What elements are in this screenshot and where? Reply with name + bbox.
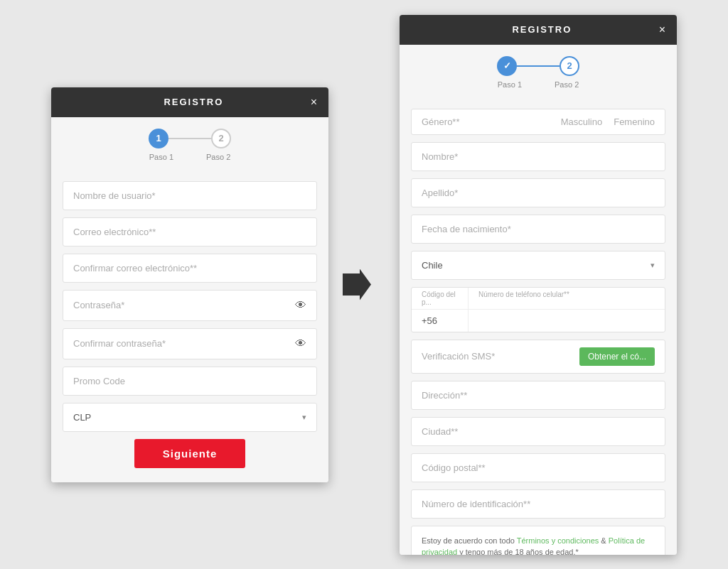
left-modal: REGISTRO × 1 2 Paso 1 Paso 2 Nombre de u… [51, 87, 328, 482]
country-dropdown-arrow: ▾ [651, 261, 655, 270]
address-placeholder: Dirección** [422, 390, 467, 401]
step2-label: Paso 2 [206, 153, 230, 161]
city-field[interactable]: Ciudad** [411, 417, 665, 446]
phone-num-label: Número de teléfono celular** [469, 288, 579, 309]
left-modal-close-button[interactable]: × [311, 96, 317, 109]
postal-code-field[interactable]: Código postal** [411, 453, 665, 482]
step2-circle: 2 [211, 129, 231, 148]
email-placeholder: Correo electrónico** [73, 227, 156, 237]
address-field[interactable]: Dirección** [411, 381, 665, 410]
gender-femenino[interactable]: Femenino [614, 116, 655, 127]
terms-text3: y tengo más de 18 años de edad.* [457, 548, 579, 555]
right-step1-circle: ✓ [497, 56, 517, 76]
phone-row[interactable]: Código del p... Número de teléfono celul… [411, 287, 665, 332]
right-modal-title: REGISTRO [425, 24, 659, 35]
id-number-placeholder: Número de identificación** [422, 499, 530, 509]
step1-circle: 1 [149, 129, 168, 148]
sms-get-code-button[interactable]: Obtener el có... [579, 347, 655, 366]
apellido-field[interactable]: Apellido* [411, 178, 665, 207]
terms-conditions-link[interactable]: Términos y condiciones [517, 536, 599, 545]
id-number-field[interactable]: Número de identificación** [411, 489, 665, 519]
phone-values: +56 [412, 310, 665, 332]
currency-value: CLP [73, 412, 91, 423]
apellido-placeholder: Apellido* [422, 188, 458, 198]
terms-text2: & [599, 536, 608, 545]
arrow-wrapper [343, 256, 385, 313]
currency-dropdown-arrow: ▾ [302, 413, 306, 422]
confirm-password-placeholder: Confirmar contraseña* [73, 338, 166, 349]
username-field[interactable]: Nombre de usuario* [63, 181, 317, 210]
sms-verification-field[interactable]: Verificación SMS* Obtener el có... [411, 340, 665, 374]
phone-code-value[interactable]: +56 [412, 310, 469, 332]
nombre-field[interactable]: Nombre* [411, 142, 665, 171]
right-step1-label: Paso 1 [498, 80, 522, 89]
password-field[interactable]: Contraseña* 👁 [63, 290, 317, 321]
country-value: Chile [422, 260, 443, 271]
siguiente-button[interactable]: Siguiente [134, 439, 246, 468]
arrow-icon [343, 269, 371, 300]
postal-placeholder: Código postal** [422, 462, 486, 473]
right-modal-header: REGISTRO × [400, 15, 677, 45]
phone-code-label: Código del p... [412, 288, 469, 309]
right-modal: REGISTRO × ✓ 2 Paso 1 Paso 2 Género** Ma… [400, 15, 677, 555]
confirm-password-eye-icon[interactable]: 👁 [295, 337, 306, 350]
birthdate-placeholder: Fecha de nacimiento* [422, 224, 511, 234]
left-modal-header: REGISTRO × [51, 87, 328, 117]
left-form-body: Nombre de usuario* Correo electrónico** … [51, 173, 328, 482]
left-stepper: 1 2 Paso 1 Paso 2 [51, 117, 328, 173]
nombre-placeholder: Nombre* [422, 151, 458, 162]
sms-label: Verificación SMS* [422, 351, 495, 362]
promo-placeholder: Promo Code [73, 376, 125, 386]
right-step2-label: Paso 2 [555, 80, 579, 89]
right-step-line [517, 65, 560, 67]
gender-label: Género** [422, 116, 561, 127]
terms-text1: Estoy de acuerdo con todo [422, 536, 517, 545]
right-form-body: Género** Masculino Femenino Nombre* Apel… [400, 100, 677, 555]
confirm-password-field[interactable]: Confirmar contraseña* 👁 [63, 328, 317, 359]
phone-labels: Código del p... Número de teléfono celul… [412, 288, 665, 310]
confirm-email-placeholder: Confirmar correo electrónico** [73, 263, 197, 273]
right-stepper: ✓ 2 Paso 1 Paso 2 [400, 45, 677, 100]
currency-field[interactable]: CLP ▾ [63, 403, 317, 432]
right-modal-close-button[interactable]: × [659, 23, 665, 36]
gender-field[interactable]: Género** Masculino Femenino [411, 109, 665, 135]
gender-masculino[interactable]: Masculino [561, 116, 603, 127]
password-placeholder: Contraseña* [73, 300, 124, 310]
confirm-email-field[interactable]: Confirmar correo electrónico** [63, 254, 317, 283]
birthdate-field[interactable]: Fecha de nacimiento* [411, 215, 665, 244]
gender-options: Masculino Femenino [561, 116, 655, 127]
country-field[interactable]: Chile ▾ [411, 251, 665, 280]
username-placeholder: Nombre de usuario* [73, 190, 156, 201]
step-line [168, 138, 211, 139]
phone-number-input[interactable] [469, 310, 665, 332]
city-placeholder: Ciudad** [422, 426, 458, 437]
email-field[interactable]: Correo electrónico** [63, 217, 317, 246]
terms-box: Estoy de acuerdo con todo Términos y con… [411, 526, 665, 555]
left-modal-title: REGISTRO [77, 97, 311, 107]
password-eye-icon[interactable]: 👁 [295, 299, 306, 312]
right-step2-circle: 2 [560, 56, 579, 76]
promo-code-field[interactable]: Promo Code [63, 367, 317, 396]
step1-label: Paso 1 [149, 153, 173, 161]
